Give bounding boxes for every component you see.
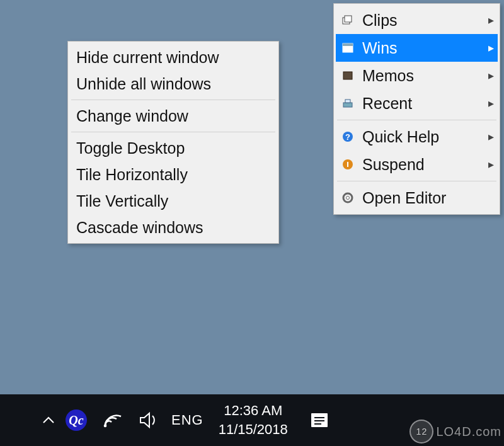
desktop: Hide current window Unhide all windows C…: [0, 0, 504, 446]
menu-item-hide-current-window[interactable]: Hide current window: [70, 44, 277, 71]
submenu-arrow-icon: ▸: [488, 157, 494, 171]
svg-text:?: ?: [345, 132, 350, 142]
svg-rect-3: [343, 43, 353, 46]
speaker-icon: [139, 411, 160, 430]
menu-item-recent[interactable]: Recent ▸: [336, 89, 498, 117]
menu-item-label: Tile Vertically: [76, 192, 168, 210]
menu-item-toggle-desktop[interactable]: Toggle Desktop: [70, 135, 277, 161]
language-label: ENG: [171, 412, 203, 428]
menu-item-cascade-windows[interactable]: Cascade windows: [70, 214, 277, 241]
action-center-icon: [309, 411, 330, 429]
submenu-arrow-icon: ▸: [488, 41, 494, 55]
wins-submenu: Hide current window Unhide all windows C…: [67, 41, 279, 244]
menu-separator: [337, 181, 496, 181]
submenu-arrow-icon: ▸: [488, 96, 494, 110]
menu-item-change-window[interactable]: Change window: [70, 103, 277, 129]
menu-item-open-editor[interactable]: Open Editor: [336, 184, 498, 212]
menu-item-label: Wins: [362, 39, 398, 57]
network-wifi-button[interactable]: [98, 406, 127, 435]
qc-logo-icon: Qc: [66, 409, 87, 431]
submenu-arrow-icon: ▸: [488, 13, 494, 27]
chevron-up-icon: [41, 413, 56, 428]
tray-overflow-button[interactable]: [39, 411, 58, 430]
menu-separator: [71, 100, 275, 100]
menu-separator: [337, 120, 496, 120]
gear-icon: [340, 190, 356, 206]
menu-item-label: Suspend: [362, 156, 425, 174]
svg-rect-4: [343, 72, 352, 79]
menu-item-tile-horizontally[interactable]: Tile Horizontally: [70, 161, 277, 188]
cascade-icon: [340, 12, 356, 28]
language-indicator[interactable]: ENG: [168, 412, 212, 428]
menu-item-label: Unhide all windows: [76, 75, 211, 93]
tray-icon: [340, 95, 356, 112]
qc-tray-icon[interactable]: Qc: [62, 406, 91, 435]
wifi-icon: [102, 411, 123, 429]
menu-item-label: Change window: [76, 107, 188, 125]
menu-item-label: Clips: [362, 11, 398, 30]
help-icon: ?: [340, 129, 356, 145]
clock-button[interactable]: 12:36 AM 11/15/2018: [212, 401, 294, 438]
menu-item-suspend[interactable]: Suspend ▸: [336, 151, 498, 178]
menu-item-quick-help[interactable]: ? Quick Help ▸: [336, 123, 498, 151]
clock-date: 11/15/2018: [219, 420, 288, 439]
submenu-arrow-icon: ▸: [488, 130, 494, 144]
menu-item-clips[interactable]: Clips ▸: [336, 6, 498, 34]
taskbar: Qc ENG 12:36 AM 11/15/2018: [0, 394, 504, 446]
svg-point-12: [346, 197, 350, 200]
suspend-icon: [340, 156, 356, 173]
volume-button[interactable]: [135, 406, 164, 435]
svg-point-13: [104, 425, 107, 428]
menu-item-label: Cascade windows: [76, 219, 203, 237]
menu-item-label: Toggle Desktop: [76, 139, 185, 157]
window-icon: [340, 40, 356, 56]
action-center-button[interactable]: [307, 409, 332, 432]
svg-marker-14: [140, 413, 149, 427]
menu-item-tile-vertically[interactable]: Tile Vertically: [70, 188, 277, 214]
menu-item-label: Hide current window: [76, 49, 219, 67]
menu-item-label: Memos: [362, 67, 414, 85]
menu-item-label: Open Editor: [362, 189, 446, 207]
menu-item-wins[interactable]: Wins ▸: [336, 34, 498, 62]
tray-context-menu: Clips ▸ Wins ▸ Memos ▸ Recent ▸: [333, 3, 500, 215]
svg-rect-10: [347, 162, 348, 167]
menu-item-label: Tile Horizontally: [76, 166, 188, 184]
clock-time: 12:36 AM: [219, 401, 288, 420]
svg-rect-1: [345, 16, 352, 22]
menu-item-memos[interactable]: Memos ▸: [336, 62, 498, 89]
menu-item-unhide-all-windows[interactable]: Unhide all windows: [70, 71, 277, 97]
menu-item-label: Recent: [362, 94, 412, 113]
book-icon: [340, 67, 356, 84]
menu-item-label: Quick Help: [362, 128, 439, 146]
submenu-arrow-icon: ▸: [488, 69, 494, 83]
svg-rect-6: [345, 100, 350, 103]
svg-rect-5: [343, 103, 352, 107]
menu-separator: [71, 132, 275, 132]
